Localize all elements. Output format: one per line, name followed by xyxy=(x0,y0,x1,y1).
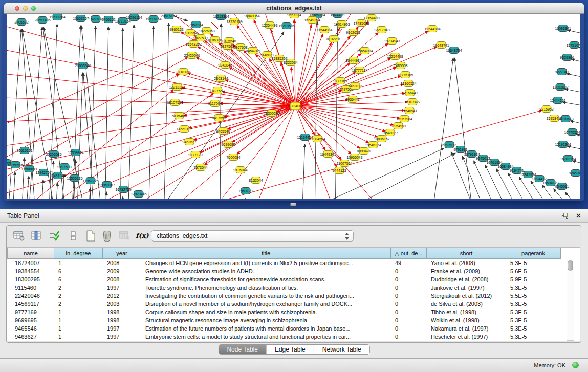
table-row[interactable]: 1872400712008Changes of HCN gene express… xyxy=(7,259,580,267)
table-cell[interactable]: 2 xyxy=(54,300,103,308)
table-mode-icon[interactable] xyxy=(13,230,25,242)
table-row[interactable]: 969969511998Structural magnetic resonanc… xyxy=(7,316,580,324)
maximize-window-button[interactable] xyxy=(31,6,36,11)
table-row[interactable]: 977716911998Corpus callosum shape and si… xyxy=(7,308,580,316)
table-cell[interactable]: 1 xyxy=(54,316,103,324)
table-cell[interactable]: 0 xyxy=(391,283,427,292)
table-cell[interactable]: 2012 xyxy=(103,292,141,300)
table-cell[interactable]: Jankovic et al. (1997) xyxy=(427,283,506,292)
table-cell[interactable]: 6 xyxy=(54,275,103,283)
table-cell[interactable]: 2 xyxy=(54,292,103,300)
table-cell[interactable]: 5.9E-5 xyxy=(506,275,561,283)
table-cell[interactable]: Stergiakouli et al. (2012) xyxy=(427,292,506,300)
table-cell[interactable]: 1 xyxy=(54,308,103,316)
column-header-0[interactable]: name xyxy=(7,248,54,259)
table-cell[interactable]: 5.3E-5 xyxy=(506,259,561,267)
rows-icon[interactable] xyxy=(67,230,79,242)
table-cell[interactable]: Structural magnetic resonance image aver… xyxy=(141,316,391,324)
delete-table-icon[interactable] xyxy=(118,230,130,242)
split-divider-handle[interactable] xyxy=(290,203,296,206)
table-cell[interactable]: Genome-wide association studies in ADHD. xyxy=(141,267,391,275)
select-columns-icon[interactable] xyxy=(49,230,61,242)
column-header-3[interactable]: title xyxy=(141,248,391,259)
tab-edge-table[interactable]: Edge Table xyxy=(266,345,314,354)
table-row[interactable]: 946362711997Embryonic stem cells: a mode… xyxy=(7,333,580,341)
table-cell[interactable]: 1 xyxy=(54,324,103,333)
table-cell[interactable]: Changes of HCN gene expression and I(f) … xyxy=(141,259,391,267)
table-cell[interactable]: 0 xyxy=(391,267,427,275)
table-cell[interactable]: 2009 xyxy=(103,267,141,275)
table-cell[interactable]: Yano et al. (2008) xyxy=(427,259,506,267)
table-cell[interactable]: 6 xyxy=(54,267,103,275)
table-cell[interactable]: 9463627 xyxy=(7,333,54,341)
table-cell[interactable]: 2 xyxy=(54,283,103,292)
column-header-6[interactable]: pagerank xyxy=(506,248,561,259)
citation-network-graph[interactable]: 2405572206914061961336410653257152760294… xyxy=(7,14,580,199)
table-cell[interactable]: Tourette syndrome. Phenomenology and cla… xyxy=(141,283,391,292)
table-cell[interactable]: 18300295 xyxy=(7,275,54,283)
float-panel-icon[interactable] xyxy=(562,213,569,220)
table-cell[interactable]: 0 xyxy=(391,333,427,341)
table-cell[interactable]: 9777169 xyxy=(7,308,54,316)
table-row[interactable]: 2242004622012Investigating the contribut… xyxy=(7,292,580,300)
scrollbar-thumb[interactable] xyxy=(568,260,573,271)
table-cell[interactable]: 1998 xyxy=(103,308,141,316)
table-cell[interactable]: 5.5E-5 xyxy=(506,292,561,300)
table-cell[interactable]: Wolkin et al. (1998) xyxy=(427,316,506,324)
table-cell[interactable]: Corpus callosum shape and size in male p… xyxy=(141,308,391,316)
table-cell[interactable]: 5.3E-5 xyxy=(506,316,561,324)
table-row[interactable]: 1830029562008Estimation of significance … xyxy=(7,275,580,283)
table-cell[interactable]: 2003 xyxy=(103,300,141,308)
column-header-4[interactable]: △ out_de... xyxy=(391,248,427,259)
table-cell[interactable]: 5.3E-5 xyxy=(506,333,561,341)
table-cell[interactable]: Estimation of the future numbers of pati… xyxy=(141,324,391,333)
table-cell[interactable]: 9115460 xyxy=(7,283,54,292)
table-cell[interactable]: 0 xyxy=(391,292,427,300)
network-window-titlebar[interactable]: citations_edges.txt xyxy=(4,3,584,14)
show-columns-icon[interactable] xyxy=(30,230,42,242)
table-cell[interactable]: 2008 xyxy=(103,259,141,267)
table-cell[interactable]: 9465546 xyxy=(7,324,54,333)
table-cell[interactable]: 49 xyxy=(391,259,427,267)
table-row[interactable]: 1938455462009Genome-wide association stu… xyxy=(7,267,580,275)
table-cell[interactable]: 5.3E-5 xyxy=(506,324,561,333)
new-column-icon[interactable] xyxy=(84,230,97,242)
tab-network-table[interactable]: Network Table xyxy=(314,345,369,354)
delete-column-icon[interactable] xyxy=(101,230,113,242)
close-window-button[interactable] xyxy=(15,6,19,11)
table-cell[interactable]: Franke et al. (2009) xyxy=(427,267,506,275)
table-cell[interactable]: Nakamura et al. (1997) xyxy=(427,324,506,333)
table-cell[interactable]: Embryonic stem cells: a model to study s… xyxy=(141,333,391,341)
tab-node-table[interactable]: Node Table xyxy=(219,345,266,354)
table-cell[interactable]: 0 xyxy=(391,316,427,324)
minimize-window-button[interactable] xyxy=(23,6,28,11)
table-cell[interactable]: 14569117 xyxy=(7,300,54,308)
table-cell[interactable]: 1997 xyxy=(103,324,141,333)
table-cell[interactable]: 5.3E-5 xyxy=(506,283,561,292)
table-cell[interactable]: 1997 xyxy=(103,333,141,341)
column-header-5[interactable]: short xyxy=(427,248,506,259)
table-cell[interactable]: 1998 xyxy=(103,316,141,324)
table-cell[interactable]: 0 xyxy=(391,275,427,283)
table-cell[interactable]: 5.3E-5 xyxy=(506,300,561,308)
column-header-1[interactable]: in_degree xyxy=(54,248,103,259)
table-cell[interactable]: 1 xyxy=(54,259,103,267)
table-cell[interactable]: Tibbo et al. (1998) xyxy=(427,308,506,316)
table-cell[interactable]: 2008 xyxy=(103,275,141,283)
table-cell[interactable]: 0 xyxy=(391,324,427,333)
table-cell[interactable]: 5.3E-5 xyxy=(506,308,561,316)
table-row[interactable]: 946554611997Estimation of the future num… xyxy=(7,324,580,333)
table-cell[interactable]: Dudbridge et al. (2008) xyxy=(427,275,506,283)
vertical-scrollbar[interactable] xyxy=(567,259,574,341)
table-cell[interactable]: de Silva et al. (2003) xyxy=(427,300,506,308)
table-cell[interactable]: 0 xyxy=(391,308,427,316)
close-panel-icon[interactable]: × xyxy=(576,211,581,221)
table-cell[interactable]: 1 xyxy=(54,333,103,341)
table-selector-dropdown[interactable]: citations_edges.txt xyxy=(151,230,354,242)
table-cell[interactable]: Hescheler et al. (1997) xyxy=(427,333,506,341)
table-cell[interactable]: 1997 xyxy=(103,283,141,292)
table-cell[interactable]: Investigating the contribution of common… xyxy=(141,292,391,300)
table-cell[interactable]: 5.6E-5 xyxy=(506,267,561,275)
table-cell[interactable]: Estimation of significance thresholds fo… xyxy=(141,275,391,283)
table-cell[interactable]: 0 xyxy=(391,300,427,308)
